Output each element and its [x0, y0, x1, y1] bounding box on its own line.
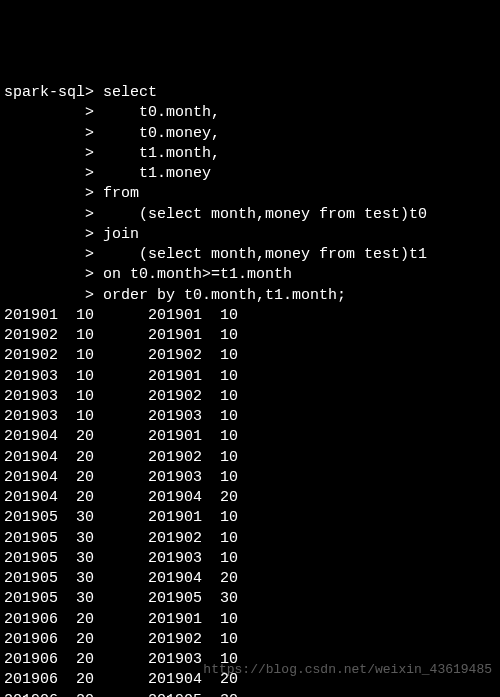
query-text: (select month,money from test)t1	[94, 246, 427, 263]
result-row: 201905 30 201903 10	[4, 549, 496, 569]
terminal-output[interactable]: spark-sql> select > t0.month, > t0.money…	[4, 83, 496, 697]
result-row: 201905 30 201902 10	[4, 529, 496, 549]
result-row: 201906 20 201902 10	[4, 630, 496, 650]
result-row: 201905 30 201905 30	[4, 589, 496, 609]
result-text: 201905 30 201905 30	[4, 590, 238, 607]
result-text: 201902 10 201902 10	[4, 347, 238, 364]
sql-continuation-line: > on t0.month>=t1.month	[4, 265, 496, 285]
result-text: 201902 10 201901 10	[4, 327, 238, 344]
result-text: 201905 30 201901 10	[4, 509, 238, 526]
result-text: 201904 20 201903 10	[4, 469, 238, 486]
continuation-prompt: >	[4, 266, 94, 283]
sql-continuation-line: > join	[4, 225, 496, 245]
result-row: 201904 20 201903 10	[4, 468, 496, 488]
sql-continuation-line: > t0.month,	[4, 103, 496, 123]
result-text: 201905 30 201904 20	[4, 570, 238, 587]
result-row: 201901 10 201901 10	[4, 306, 496, 326]
result-text: 201906 20 201902 10	[4, 631, 238, 648]
result-text: 201906 20 201905 30	[4, 692, 238, 698]
result-text: 201906 20 201901 10	[4, 611, 238, 628]
sql-continuation-line: > from	[4, 184, 496, 204]
result-row: 201903 10 201903 10	[4, 407, 496, 427]
query-text: t1.month,	[94, 145, 220, 162]
query-text: select	[94, 84, 157, 101]
continuation-prompt: >	[4, 206, 94, 223]
result-row: 201905 30 201904 20	[4, 569, 496, 589]
result-text: 201906 20 201904 20	[4, 671, 238, 688]
sql-continuation-line: > order by t0.month,t1.month;	[4, 286, 496, 306]
result-text: 201905 30 201903 10	[4, 550, 238, 567]
result-row: 201903 10 201901 10	[4, 367, 496, 387]
query-text: from	[94, 185, 139, 202]
result-row: 201906 20 201905 30	[4, 691, 496, 698]
result-row: 201904 20 201901 10	[4, 427, 496, 447]
continuation-prompt: >	[4, 287, 94, 304]
query-text: t0.money,	[94, 125, 220, 142]
continuation-prompt: >	[4, 125, 94, 142]
prompt-text: spark-sql>	[4, 84, 94, 101]
result-text: 201904 20 201902 10	[4, 449, 238, 466]
continuation-prompt: >	[4, 104, 94, 121]
continuation-prompt: >	[4, 185, 94, 202]
result-text: 201906 20 201903 10	[4, 651, 238, 668]
result-text: 201901 10 201901 10	[4, 307, 238, 324]
result-row: 201903 10 201902 10	[4, 387, 496, 407]
result-row: 201904 20 201904 20	[4, 488, 496, 508]
continuation-prompt: >	[4, 226, 94, 243]
sql-continuation-line: > (select month,money from test)t0	[4, 205, 496, 225]
query-text: join	[94, 226, 139, 243]
result-text: 201903 10 201902 10	[4, 388, 238, 405]
result-row: 201906 20 201903 10	[4, 650, 496, 670]
query-text: order by t0.month,t1.month;	[94, 287, 346, 304]
query-text: (select month,money from test)t0	[94, 206, 427, 223]
result-text: 201903 10 201903 10	[4, 408, 238, 425]
sql-continuation-line: > t1.money	[4, 164, 496, 184]
result-text: 201905 30 201902 10	[4, 530, 238, 547]
result-row: 201904 20 201902 10	[4, 448, 496, 468]
continuation-prompt: >	[4, 246, 94, 263]
result-text: 201904 20 201904 20	[4, 489, 238, 506]
query-text: t1.money	[94, 165, 211, 182]
result-row: 201905 30 201901 10	[4, 508, 496, 528]
result-row: 201906 20 201904 20	[4, 670, 496, 690]
query-text: t0.month,	[94, 104, 220, 121]
result-row: 201906 20 201901 10	[4, 610, 496, 630]
result-text: 201903 10 201901 10	[4, 368, 238, 385]
result-row: 201902 10 201901 10	[4, 326, 496, 346]
continuation-prompt: >	[4, 165, 94, 182]
sql-prompt-line: spark-sql> select	[4, 83, 496, 103]
sql-continuation-line: > (select month,money from test)t1	[4, 245, 496, 265]
sql-continuation-line: > t0.money,	[4, 124, 496, 144]
result-row: 201902 10 201902 10	[4, 346, 496, 366]
continuation-prompt: >	[4, 145, 94, 162]
query-text: on t0.month>=t1.month	[94, 266, 292, 283]
sql-continuation-line: > t1.month,	[4, 144, 496, 164]
result-text: 201904 20 201901 10	[4, 428, 238, 445]
